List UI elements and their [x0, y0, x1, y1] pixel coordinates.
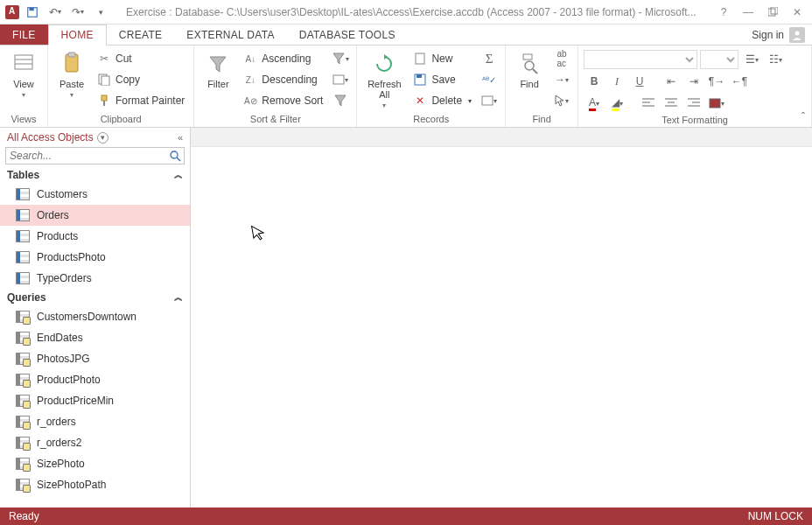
nav-item-table[interactable]: Products — [0, 226, 190, 247]
search-icon[interactable] — [166, 150, 184, 162]
document-tab-bar — [191, 128, 812, 147]
group-label-views: Views — [5, 112, 42, 127]
ribbon: View ▾ Views Paste ▾ ✂Cut Copy Format Pa… — [0, 46, 812, 128]
font-color-button[interactable]: A▾ — [584, 94, 605, 113]
bullets-icon[interactable]: ☰▾ — [741, 50, 762, 69]
tab-external-data[interactable]: EXTERNAL DATA — [174, 24, 286, 45]
qat-customize-icon[interactable]: ▾ — [91, 3, 110, 22]
descending-button[interactable]: Z↓Descending — [240, 70, 326, 89]
numbering-icon[interactable]: ☷▾ — [765, 50, 786, 69]
nav-dropdown-icon[interactable]: ▾ — [97, 132, 108, 144]
fill-color-button[interactable]: ◢▾ — [606, 94, 627, 113]
ascending-button[interactable]: A↓Ascending — [240, 49, 326, 68]
nav-item-query[interactable]: CustomersDowntown — [0, 306, 190, 327]
nav-item-query[interactable]: ProductPriceMin — [0, 390, 190, 411]
qat-redo-icon[interactable]: ↷▾ — [68, 3, 88, 22]
query-icon — [16, 332, 30, 344]
tab-file[interactable]: FILE — [0, 24, 48, 45]
nav-item-query[interactable]: SizePhotoPath — [0, 474, 190, 495]
remove-sort-button[interactable]: A⊘Remove Sort — [240, 91, 326, 110]
nav-item-query[interactable]: EndDates — [0, 327, 190, 348]
nav-item-query[interactable]: SizePhoto — [0, 453, 190, 474]
paste-button[interactable]: Paste ▾ — [53, 47, 90, 99]
bold-button[interactable]: B — [584, 72, 605, 91]
find-button[interactable]: Find — [511, 47, 548, 89]
filter-label: Filter — [207, 79, 228, 89]
nav-item-table[interactable]: Customers — [0, 184, 190, 205]
query-icon — [16, 395, 30, 407]
totals-button[interactable]: Σ — [479, 49, 500, 68]
italic-button[interactable]: I — [606, 72, 627, 91]
nav-item-label: SizePhoto — [37, 458, 85, 470]
svg-rect-5 — [15, 55, 32, 69]
refresh-all-button[interactable]: Refresh All ▾ — [362, 47, 406, 109]
collapse-section-icon[interactable]: ︽ — [174, 291, 183, 304]
new-record-button[interactable]: New — [410, 49, 475, 68]
nav-section-tables[interactable]: Tables︽ — [0, 166, 190, 184]
cut-button[interactable]: ✂Cut — [94, 49, 188, 68]
font-name-combo[interactable] — [584, 50, 697, 69]
ribbon-tabs: FILE HOME CREATE EXTERNAL DATA DATABASE … — [0, 24, 812, 46]
nav-item-label: ProductPriceMin — [37, 395, 114, 407]
tab-database-tools[interactable]: DATABASE TOOLS — [287, 24, 408, 45]
nav-section-queries[interactable]: Queries︽ — [0, 289, 190, 306]
nav-item-query[interactable]: r_orders — [0, 411, 190, 432]
indent-button[interactable]: ⇥ — [683, 72, 704, 91]
more-records-button[interactable]: ▾ — [479, 91, 500, 110]
svg-line-21 — [533, 69, 537, 74]
table-icon — [16, 272, 30, 284]
close-icon[interactable]: ✕ — [789, 4, 805, 20]
tab-create[interactable]: CREATE — [107, 24, 175, 45]
advanced-filter-button[interactable]: ▾ — [330, 70, 351, 89]
nav-item-query[interactable]: r_orders2 — [0, 432, 190, 453]
replace-button[interactable]: abac — [551, 49, 572, 68]
dedent-button[interactable]: ⇤ — [661, 72, 682, 91]
nav-item-table[interactable]: Orders — [0, 205, 190, 226]
rtl-button[interactable]: ←¶ — [729, 72, 750, 91]
select-button[interactable]: ▾ — [551, 91, 572, 110]
svg-rect-12 — [102, 95, 107, 101]
help-icon[interactable]: ? — [716, 4, 732, 20]
group-views: View ▾ Views — [0, 46, 48, 127]
underline-button[interactable]: U — [629, 72, 650, 91]
selection-filter-button[interactable]: ▾ — [330, 49, 351, 68]
group-find: Find abac →▾ ▾ Find — [506, 46, 578, 127]
status-bar: Ready NUM LOCK — [0, 508, 812, 525]
filter-button[interactable]: Filter — [200, 47, 236, 89]
collapse-ribbon-icon[interactable]: ˆ — [802, 111, 805, 123]
align-right-button[interactable] — [683, 94, 704, 113]
format-painter-button[interactable]: Format Painter — [94, 91, 188, 110]
copy-button[interactable]: Copy — [94, 70, 188, 89]
nav-search-input[interactable] — [6, 150, 166, 162]
tab-home[interactable]: HOME — [48, 24, 107, 46]
group-label-records: Records — [362, 112, 500, 127]
ltr-button[interactable]: ¶→ — [706, 72, 727, 91]
goto-button[interactable]: →▾ — [551, 70, 572, 89]
nav-item-label: TypeOrders — [37, 272, 92, 284]
nav-item-table[interactable]: TypeOrders — [0, 268, 190, 289]
qat-undo-icon[interactable]: ↶▾ — [46, 3, 65, 22]
align-left-button[interactable] — [638, 94, 659, 113]
delete-record-button[interactable]: ✕Delete▾ — [410, 91, 475, 110]
nav-item-table[interactable]: ProductsPhoto — [0, 247, 190, 268]
sign-in-button[interactable]: Sign in — [745, 24, 812, 45]
minimize-icon[interactable]: — — [740, 4, 756, 20]
font-size-combo[interactable] — [700, 50, 738, 69]
restore-icon[interactable] — [765, 4, 780, 20]
nav-search-box[interactable] — [5, 147, 185, 164]
save-icon — [413, 74, 427, 86]
align-center-button[interactable] — [661, 94, 682, 113]
nav-item-label: PhotosJPG — [37, 353, 90, 365]
spelling-button[interactable]: ᴬᴮ✓ — [479, 70, 500, 89]
gridlines-button[interactable]: ▾ — [706, 94, 727, 113]
toggle-filter-button[interactable] — [330, 91, 351, 110]
nav-item-query[interactable]: PhotosJPG — [0, 348, 190, 369]
nav-pane-header[interactable]: All Access Objects ▾ « — [0, 128, 190, 145]
save-record-button[interactable]: Save — [410, 70, 475, 89]
nav-item-query[interactable]: ProductPhoto — [0, 369, 190, 390]
nav-item-label: Products — [37, 230, 78, 242]
collapse-section-icon[interactable]: ︽ — [174, 169, 183, 181]
view-button[interactable]: View ▾ — [5, 47, 42, 99]
qat-save-icon[interactable] — [23, 3, 42, 22]
nav-collapse-icon[interactable]: « — [178, 132, 183, 143]
